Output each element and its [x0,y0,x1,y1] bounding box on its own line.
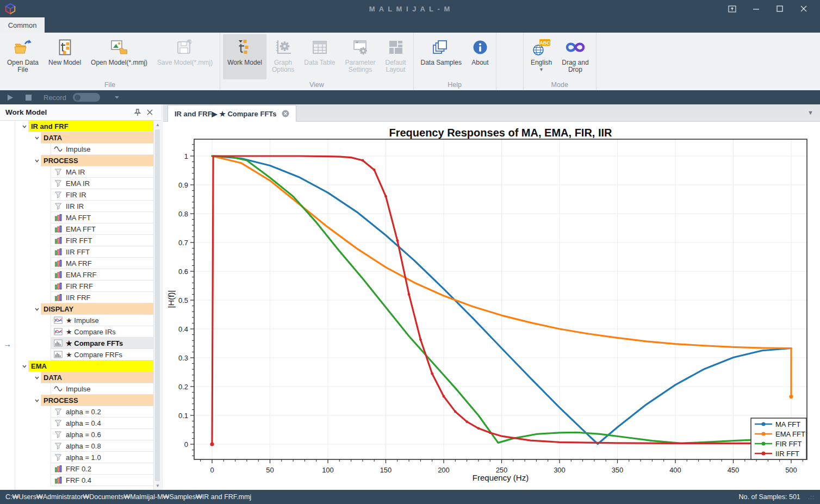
chart-title: Frequency Responses of MA, EMA, FIR, IIR [389,127,612,139]
drag-and-drop-button[interactable]: Drag and Drop [557,34,593,79]
collapse-chevron-icon[interactable] [33,155,41,166]
dropdown-caret-icon: ▼ [539,67,544,72]
funnel-icon [53,442,63,450]
tree-item-alpha-0-8[interactable]: alpha = 0.8 [15,440,153,452]
tree-item-ma-fft[interactable]: MA FFT [15,212,153,223]
about-button[interactable]: About [467,34,493,79]
collapse-chevron-icon[interactable] [33,132,41,144]
ribbon-button-label: Data Table [304,59,335,66]
tree-item-frf-0-4[interactable]: FRF 0.4 [15,475,153,486]
tree-section-display[interactable]: DISPLAY [15,303,153,315]
tree-item-impulse[interactable]: Impulse [15,144,153,155]
wave-icon [53,385,63,393]
collapse-chevron-icon[interactable] [33,303,41,315]
english-icon: ABC [532,37,551,58]
tree-item-alpha-0-6[interactable]: alpha = 0.6 [15,429,153,440]
tab-list-dropdown-icon[interactable]: ▼ [807,109,813,116]
ribbon-button-label: New Model [48,59,81,66]
tree-item-label: FIR FRF [66,282,93,290]
collapse-chevron-icon[interactable] [21,360,28,372]
maximize-button[interactable] [768,0,792,17]
tree-item-compare-frfs[interactable]: ★ Compare FRFs [15,349,153,360]
panel-close-icon[interactable] [144,109,156,115]
expand-button[interactable] [720,0,744,17]
y-tick-label: 0.7 [178,239,188,247]
collapse-chevron-icon[interactable] [21,121,28,132]
ribbon-group-label-mode: Mode [526,79,593,90]
tree-item-fir-ir[interactable]: FIR IR [15,189,153,201]
ribbon-group-label-file: File [3,79,217,90]
ribbon-button-label: Data Samples [421,59,462,66]
parameter-settings-icon [351,37,369,58]
tree-section-ema[interactable]: EMA [15,360,153,372]
scroll-down-icon[interactable]: ▼ [154,482,161,490]
tree-section-ir-and-frf[interactable]: IR and FRF [15,121,153,132]
tree-item-ema-frf[interactable]: EMA FRF [15,269,153,281]
panel-title: Work Model [5,108,132,116]
y-axis-label: |H(f)| [166,290,176,308]
tree-item-fir-fft[interactable]: FIR FFT [15,235,153,246]
tree-item-fir-frf[interactable]: FIR FRF [15,281,153,292]
tree-item-label: IR and FRF [31,122,69,130]
tree-section-data[interactable]: DATA [15,372,153,383]
tab-common[interactable]: Common [0,17,45,33]
title-bar: M A L M I J A L - M [0,0,820,17]
work-model-button[interactable]: Work Model [223,34,266,79]
tree-item-frf-0-2[interactable]: FRF 0.2 [15,463,153,475]
y-tick-label: 0.5 [178,296,188,304]
tree-item-ma-ir[interactable]: MA IR [15,166,153,178]
english-button[interactable]: ABCEnglish▼ [526,34,556,79]
tree-item-ema-fft[interactable]: EMA FFT [15,223,153,235]
tree-item-ma-frf[interactable]: MA FRF [15,258,153,269]
tree-scrollbar[interactable]: ▲ ▼ [153,121,161,490]
tree-item-impulse[interactable]: ★ Impulse [15,315,153,326]
scrollbar-thumb[interactable] [155,129,160,481]
tree-row-content: ★ Compare FFTs [51,338,153,349]
tree-item-iir-fft[interactable]: IIR FFT [15,246,153,258]
tree-item-iir-ir[interactable]: IIR IR [15,201,153,212]
tree-row-content: Impulse [51,144,153,155]
document-area: IR and FRF▶ ★ Compare FFTs ▼ 05010015020… [163,104,820,490]
tree-item-alpha-0-2[interactable]: alpha = 0.2 [15,406,153,418]
collapse-chevron-icon[interactable] [33,395,41,406]
tree-item-label: EMA [31,362,47,370]
document-tab[interactable]: IR and FRF▶ ★ Compare FFTs [167,105,296,122]
tree-item-impulse[interactable]: Impulse [15,383,153,395]
tree-item-compare-irs[interactable]: ★ Compare IRs [15,326,153,338]
collapse-chevron-icon[interactable] [33,372,41,383]
tab-close-icon[interactable] [282,110,289,117]
close-button[interactable] [792,0,816,17]
tree-item-compare-ffts[interactable]: ★ Compare FFTs [15,338,153,349]
svg-text:ABC: ABC [539,40,550,46]
tree-row-content: DISPLAY [41,303,153,315]
tree-section-process[interactable]: PROCESS [15,155,153,166]
ribbon-button-label: Parameter Settings [345,59,375,73]
record-dropdown-icon[interactable] [114,95,120,99]
tree-row-content: EMA FFT [51,223,153,235]
tree-section-process[interactable]: PROCESS [15,395,153,406]
tree-section-data[interactable]: DATA [15,132,153,144]
open-model-mmj-button[interactable]: Open Model(*.mmj) [86,34,152,79]
tree-item-alpha-0-4[interactable]: alpha = 0.4 [15,418,153,429]
about-icon [472,37,488,58]
record-toggle[interactable] [73,93,100,102]
tree-item-label: Impulse [66,385,91,393]
bars-icon [53,225,63,233]
ribbon-button-label: Graph Options [272,59,294,73]
tree-item-ema-ir[interactable]: EMA IR [15,178,153,189]
tree-item-alpha-1-0[interactable]: alpha = 1.0 [15,452,153,463]
tree-item-label: MA FFT [66,214,91,222]
work-model-panel-header: Work Model [0,104,161,121]
scroll-up-icon[interactable]: ▲ [154,121,161,129]
data-samples-button[interactable]: Data Samples [417,34,466,79]
drag-drop-icon [565,37,586,58]
pin-icon[interactable] [132,109,144,116]
play-icon[interactable] [7,94,14,101]
new-model-button[interactable]: New Model [44,34,85,79]
resize-grip-icon[interactable]: .:: [808,494,815,500]
open-data-file-button[interactable]: Open Data File [3,34,43,79]
minimize-button[interactable] [744,0,768,17]
tree-item-iir-frf[interactable]: IIR FRF [15,292,153,303]
parameter-settings-button: Parameter Settings [340,34,380,79]
stop-icon[interactable] [26,95,32,101]
